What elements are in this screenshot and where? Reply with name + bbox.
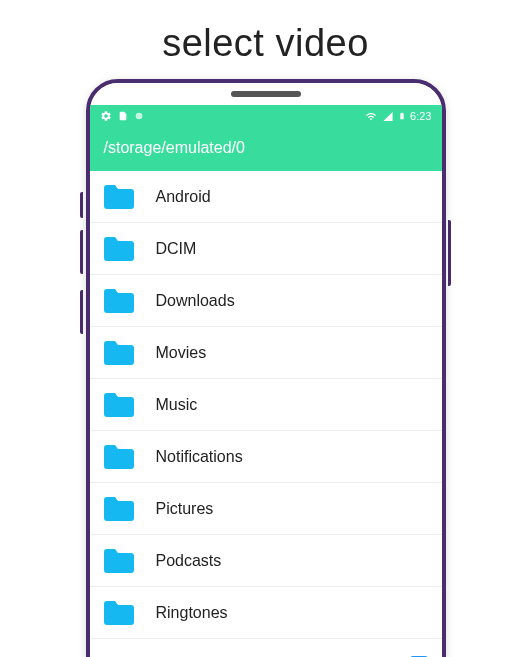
folder-label: Ringtones <box>156 604 428 622</box>
folder-icon <box>104 185 134 209</box>
file-list: Android DCIM Downloads Movies Music <box>90 171 442 657</box>
folder-label: Pictures <box>156 500 428 518</box>
folder-row-notifications[interactable]: Notifications <box>90 431 442 483</box>
folder-icon <box>104 549 134 573</box>
folder-row-ringtones[interactable]: Ringtones <box>90 587 442 639</box>
folder-label: Notifications <box>156 448 428 466</box>
phone-side-button <box>80 230 83 274</box>
svg-point-0 <box>135 113 142 120</box>
folder-icon <box>104 445 134 469</box>
folder-label: Podcasts <box>156 552 428 570</box>
status-right: 6:23 <box>364 110 431 122</box>
phone-speaker-area <box>90 83 442 105</box>
phone-frame: 6:23 /storage/emulated/0 Android DCIM Do… <box>86 79 446 657</box>
status-left <box>100 110 144 122</box>
signal-icon <box>382 111 394 122</box>
folder-label: Downloads <box>156 292 428 310</box>
gear-icon <box>100 110 112 122</box>
battery-icon <box>398 110 406 122</box>
wifi-icon <box>364 111 378 122</box>
folder-row-music[interactable]: Music <box>90 379 442 431</box>
file-row-video[interactable]: videoplayback.mp4 <box>90 639 442 657</box>
phone-speaker <box>231 91 301 97</box>
folder-row-podcasts[interactable]: Podcasts <box>90 535 442 587</box>
folder-row-dcim[interactable]: DCIM <box>90 223 442 275</box>
folder-icon <box>104 237 134 261</box>
folder-label: Music <box>156 396 428 414</box>
phone-side-button <box>80 290 83 334</box>
notification-dot-icon <box>134 111 144 121</box>
phone-side-button <box>80 192 83 218</box>
folder-row-pictures[interactable]: Pictures <box>90 483 442 535</box>
page-title: select video <box>0 0 531 79</box>
folder-row-movies[interactable]: Movies <box>90 327 442 379</box>
notification-icon <box>118 110 128 122</box>
folder-icon <box>104 601 134 625</box>
folder-icon <box>104 393 134 417</box>
folder-icon <box>104 341 134 365</box>
phone-side-button <box>448 220 451 286</box>
folder-label: DCIM <box>156 240 428 258</box>
folder-label: Movies <box>156 344 428 362</box>
folder-row-android[interactable]: Android <box>90 171 442 223</box>
folder-icon <box>104 289 134 313</box>
app-bar-path: /storage/emulated/0 <box>90 127 442 171</box>
folder-row-downloads[interactable]: Downloads <box>90 275 442 327</box>
folder-icon <box>104 497 134 521</box>
status-time: 6:23 <box>410 110 431 122</box>
status-bar: 6:23 <box>90 105 442 127</box>
folder-label: Android <box>156 188 428 206</box>
